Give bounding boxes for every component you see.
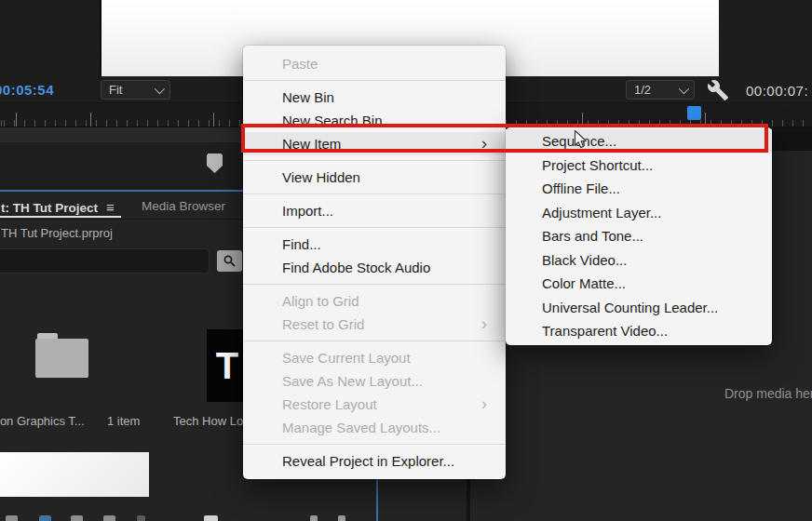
menu-separator xyxy=(243,227,506,228)
menu-item-view-hidden[interactable]: View Hidden xyxy=(243,166,506,189)
clip-label[interactable]: Tech How Lo xyxy=(173,414,243,428)
timeline-track-strip xyxy=(0,127,245,142)
menu-item-reveal-project-in-explorer[interactable]: Reveal Project in Explorer... xyxy=(243,449,506,473)
tab-project[interactable]: t: TH Tut Project≡ xyxy=(1,199,115,215)
context-menu: Paste New Bin New Search Bin New Item› V… xyxy=(243,46,506,479)
clip-thumbnail[interactable]: T xyxy=(207,329,248,402)
playhead-marker[interactable] xyxy=(687,106,701,120)
search-input[interactable] xyxy=(0,248,210,274)
tab-media-browser[interactable]: Media Browser xyxy=(142,199,225,213)
submenu-item-color-matte[interactable]: Color Matte... xyxy=(506,272,772,296)
playback-resolution-dropdown[interactable]: 1/2 xyxy=(626,80,695,100)
zoom-slider-handle[interactable] xyxy=(137,515,145,521)
annotation-highlight-box xyxy=(241,124,768,153)
submenu-item-bars-and-tone[interactable]: Bars and Tone... xyxy=(506,224,772,248)
menu-item-align-to-grid: Align to Grid xyxy=(243,289,506,313)
menu-item-save-as-new-layout: Save As New Layout... xyxy=(243,369,506,393)
new-item-submenu: Sequence... Project Shortcut... Offline … xyxy=(506,127,772,345)
menu-item-paste: Paste xyxy=(243,52,506,75)
playback-resolution-value: 1/2 xyxy=(634,83,651,97)
menu-separator xyxy=(243,284,506,285)
menu-item-save-current-layout: Save Current Layout xyxy=(243,346,506,369)
zoom-level-value: Fit xyxy=(109,83,122,97)
new-bin-icon[interactable] xyxy=(310,515,318,521)
chevron-down-icon xyxy=(679,83,689,93)
submenu-item-offline-file[interactable]: Offline File... xyxy=(506,177,772,201)
mouse-cursor-icon xyxy=(570,128,590,156)
menu-separator xyxy=(243,444,506,445)
submenu-item-transparent-video[interactable]: Transparent Video... xyxy=(506,319,772,343)
premiere-pro-window: 00:05:54 Fit 1/2 00:00:07: Drop media he… xyxy=(0,0,812,521)
playhead-timecode[interactable]: 00:05:54 xyxy=(0,82,54,98)
submenu-item-universal-counting-leader[interactable]: Universal Counting Leader... xyxy=(506,296,772,320)
folder-item-count: 1 item xyxy=(107,414,140,428)
project-filename: TH Tut Project.prproj xyxy=(1,226,113,240)
list-view-icon[interactable] xyxy=(39,515,51,521)
folder-icon[interactable] xyxy=(35,339,88,378)
settings-wrench-icon[interactable] xyxy=(707,79,729,105)
menu-item-reset-to-grid: Reset to Grid› xyxy=(243,313,506,336)
duration-timecode: 00:00:07: xyxy=(746,83,808,99)
submenu-item-black-video[interactable]: Black Video... xyxy=(506,248,772,273)
submenu-arrow-icon: › xyxy=(481,314,487,332)
search-bin-button[interactable] xyxy=(217,250,242,272)
new-item-icon[interactable] xyxy=(338,515,345,521)
submenu-arrow-icon: › xyxy=(481,394,487,412)
monitor-lower-area-right xyxy=(767,127,812,151)
drop-media-hint: Drop media here xyxy=(724,386,812,401)
sort-icon[interactable] xyxy=(204,515,218,521)
menu-item-find[interactable]: Find... xyxy=(243,233,506,256)
menu-item-manage-saved-layouts: Manage Saved Layouts... xyxy=(243,416,506,439)
menu-item-restore-layout: Restore Layout› xyxy=(243,393,506,416)
menu-item-find-adobe-stock-audio[interactable]: Find Adobe Stock Audio xyxy=(243,256,506,279)
menu-separator xyxy=(243,341,506,341)
menu-separator xyxy=(243,160,506,161)
panel-divider xyxy=(467,476,470,521)
clip-thumbnail-letter: T xyxy=(216,347,238,384)
menu-item-import[interactable]: Import... xyxy=(243,199,506,222)
submenu-item-project-shortcut[interactable]: Project Shortcut... xyxy=(506,154,772,178)
zoom-level-dropdown[interactable]: Fit xyxy=(101,80,170,100)
menu-item-new-bin[interactable]: New Bin xyxy=(243,86,506,109)
active-tab-underline xyxy=(0,216,121,218)
chevron-down-icon xyxy=(155,83,165,93)
folder-label[interactable]: ion Graphics T... xyxy=(0,414,85,428)
menu-separator xyxy=(243,80,506,81)
white-thumbnail[interactable] xyxy=(0,452,149,497)
submenu-item-adjustment-layer[interactable]: Adjustment Layer... xyxy=(506,201,772,225)
icon-view-icon[interactable] xyxy=(71,515,83,521)
readonly-toggle-icon[interactable] xyxy=(6,515,18,521)
search-icon xyxy=(223,254,237,268)
menu-separator xyxy=(243,194,506,194)
freeform-view-icon[interactable] xyxy=(103,515,115,521)
panel-menu-icon[interactable]: ≡ xyxy=(106,199,115,215)
